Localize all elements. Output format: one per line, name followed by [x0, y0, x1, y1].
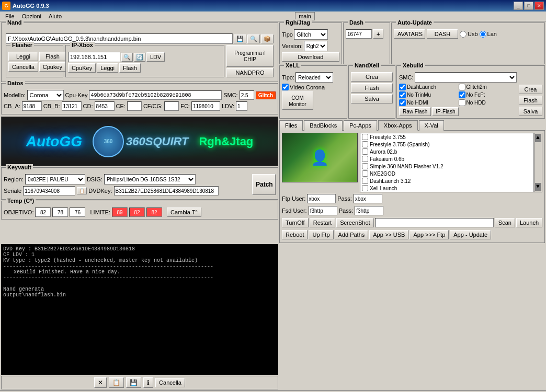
- video-corona-checkbox[interactable]: [282, 84, 289, 90]
- nandxell-crea-button[interactable]: Crea: [351, 72, 393, 82]
- list-scrollbar[interactable]: ▲ ▼: [534, 133, 542, 192]
- nand-search-button[interactable]: 🔍: [247, 34, 260, 43]
- scroll-down[interactable]: ▼: [535, 183, 541, 191]
- dsig-select[interactable]: Philips/LiteOn DG-16DSS 1S32: [104, 174, 196, 185]
- screenshot-button[interactable]: ScreenShot: [336, 218, 373, 227]
- nofcft-checkbox[interactable]: [459, 91, 465, 98]
- dvdkey-input[interactable]: [114, 186, 219, 195]
- com-monitor-button[interactable]: COM Monitor: [282, 91, 313, 110]
- xebuild-salva-button[interactable]: Salva: [519, 107, 542, 116]
- ip-cpukey-button[interactable]: CpuKey: [68, 63, 96, 73]
- turnoff-button[interactable]: TurnOff: [282, 218, 309, 227]
- minimize-button[interactable]: _: [514, 2, 523, 10]
- cba-input[interactable]: [22, 101, 42, 111]
- lan-radio[interactable]: [480, 31, 486, 38]
- toolbar-btn-3[interactable]: 💾: [126, 377, 141, 388]
- app-checkbox-3[interactable]: [362, 156, 368, 162]
- tab-files[interactable]: Files: [279, 120, 303, 131]
- nand-save-button[interactable]: 💾: [234, 34, 246, 43]
- xell-tipo-select[interactable]: Reloaded: [295, 72, 333, 83]
- dash-plus-button[interactable]: +: [373, 29, 383, 39]
- ftp-user-input[interactable]: [307, 194, 336, 203]
- reboot-button[interactable]: Reboot: [282, 230, 308, 239]
- seriale-input[interactable]: [23, 186, 75, 195]
- ip-flash-button[interactable]: Flash: [119, 63, 141, 73]
- tab-pc-apps[interactable]: Pc-Apps: [344, 120, 377, 131]
- app-checkbox-1[interactable]: [362, 141, 368, 147]
- programma-chip-button[interactable]: Programma il CHIP: [226, 45, 274, 67]
- flasher-flash-button[interactable]: Flash: [39, 52, 66, 61]
- avatars-button[interactable]: AVATARS: [394, 29, 425, 39]
- smc-input[interactable]: [240, 90, 254, 100]
- nohdd-checkbox[interactable]: [459, 99, 465, 106]
- notrinmu-checkbox[interactable]: [399, 91, 406, 98]
- fsd-pass-input[interactable]: [355, 206, 383, 215]
- ce-input[interactable]: [127, 101, 142, 111]
- nand-path-input[interactable]: [6, 33, 233, 44]
- seriale-icon-btn[interactable]: 📋: [77, 187, 87, 194]
- glitch2m-checkbox[interactable]: [459, 84, 465, 90]
- tab-x-val[interactable]: X-Val: [419, 120, 444, 131]
- usb-radio[interactable]: [460, 31, 467, 38]
- app-checkbox-6[interactable]: [362, 178, 368, 184]
- ftp-pass-input[interactable]: [354, 194, 382, 203]
- cbb-input[interactable]: [62, 101, 82, 111]
- maximize-button[interactable]: □: [524, 2, 533, 10]
- xebuild-ip-flash-button[interactable]: IP-Flash: [432, 107, 459, 116]
- launch-path-input[interactable]: [375, 218, 494, 227]
- ip-leggi-button[interactable]: Leggi: [97, 63, 118, 73]
- app-checkbox-0[interactable]: [362, 134, 368, 140]
- scan-button[interactable]: Scan: [495, 218, 515, 227]
- ip-refresh-button[interactable]: 🔄: [134, 53, 145, 62]
- toolbar-btn-1[interactable]: ✕: [94, 377, 107, 388]
- xebuild-flash-button[interactable]: Flash: [519, 96, 542, 105]
- cancella-button[interactable]: Cancella: [155, 378, 185, 387]
- patch-button[interactable]: Patch: [252, 174, 276, 195]
- dash-value-input[interactable]: [346, 29, 372, 39]
- flasher-cpukey-button[interactable]: Cpukey: [39, 62, 66, 72]
- restart-button[interactable]: Restart: [310, 218, 335, 227]
- xebuild-smc-select[interactable]: [415, 72, 517, 83]
- ip-input[interactable]: [68, 52, 120, 62]
- tab-badblocks[interactable]: BadBlocks: [304, 120, 343, 131]
- nandxell-salva-button[interactable]: Salva: [351, 94, 393, 103]
- nohdmi-checkbox[interactable]: [399, 99, 406, 106]
- up-ftp-button[interactable]: Up Ftp: [309, 230, 333, 239]
- app-checkbox-2[interactable]: [362, 148, 368, 155]
- ip-search-button[interactable]: 🔍: [121, 53, 133, 62]
- ip-ldv-button[interactable]: LDV: [146, 52, 165, 62]
- app-checkbox-5[interactable]: [362, 170, 368, 177]
- cfcg-input[interactable]: [164, 101, 179, 111]
- add-paths-button[interactable]: Add Paths: [335, 230, 369, 239]
- launch-button[interactable]: Launch: [516, 218, 542, 227]
- dashlaunch-checkbox[interactable]: [399, 84, 406, 90]
- app-checkbox-7[interactable]: [362, 185, 368, 191]
- close-button[interactable]: ✕: [534, 2, 544, 10]
- nand-eject-button[interactable]: 📦: [261, 34, 274, 43]
- flasher-cancella-button[interactable]: Cancella: [8, 62, 38, 72]
- modello-select[interactable]: Corona: [27, 90, 64, 100]
- tab-xbox-apps[interactable]: Xbox-Apps: [378, 120, 418, 131]
- ldv-input[interactable]: [236, 101, 247, 111]
- nandpro-button[interactable]: NANDPRO: [226, 68, 274, 77]
- fsd-user-input[interactable]: [309, 206, 337, 215]
- app-usb-button[interactable]: App >> USB: [369, 230, 408, 239]
- fc-input[interactable]: [191, 101, 220, 111]
- nandxell-flash-button[interactable]: Flash: [351, 83, 393, 93]
- download-button[interactable]: Download: [282, 52, 339, 62]
- app-update-button[interactable]: App - Update: [450, 230, 491, 239]
- toolbar-btn-2[interactable]: 📋: [109, 377, 124, 388]
- app-ftp-button[interactable]: App >>> Ftp: [410, 230, 449, 239]
- xebuild-raw-flash-button[interactable]: Raw Flash: [399, 107, 431, 116]
- cd-input[interactable]: [95, 101, 115, 111]
- toolbar-btn-4[interactable]: ℹ: [143, 377, 153, 388]
- menu-aiuto[interactable]: Aiuto: [46, 12, 65, 20]
- auto-dash-button[interactable]: DASH: [427, 29, 458, 39]
- cambia-temp-button[interactable]: Cambia T°: [167, 207, 201, 217]
- app-checkbox-4[interactable]: [362, 163, 368, 169]
- flasher-leggi-button[interactable]: Leggi: [8, 52, 38, 61]
- cpukey-input[interactable]: [89, 90, 222, 100]
- scroll-up[interactable]: ▲: [535, 134, 541, 142]
- xebuild-crea-button[interactable]: Crea: [519, 85, 542, 94]
- region-select[interactable]: 0x02FE | PAL/EU: [25, 174, 85, 185]
